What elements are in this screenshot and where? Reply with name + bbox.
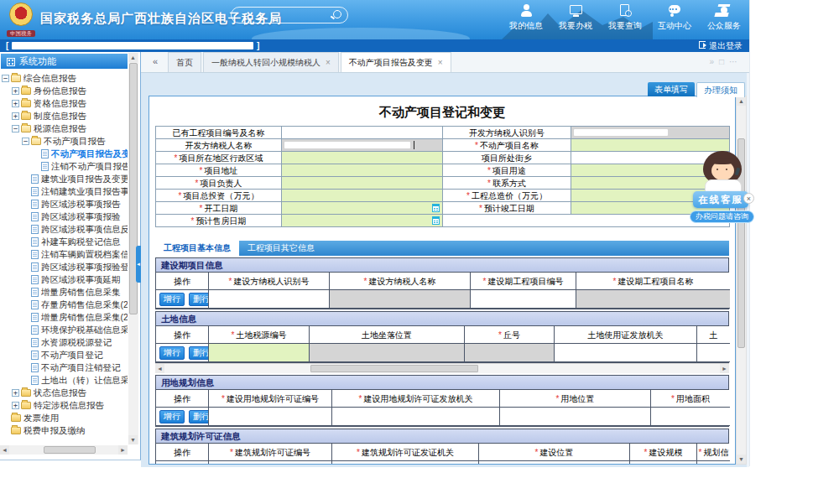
add-row-button[interactable]: 增行 bbox=[159, 464, 185, 465]
service-close-button[interactable]: × bbox=[743, 193, 754, 204]
expand-toggle-icon[interactable]: + bbox=[12, 389, 19, 397]
tree-item[interactable]: +身份信息报告 bbox=[0, 85, 128, 97]
cell-input[interactable] bbox=[209, 461, 332, 465]
cell-input[interactable] bbox=[479, 461, 630, 465]
nav-item-scholar[interactable]: 公众服务 bbox=[701, 3, 747, 37]
add-row-button[interactable]: 增行 bbox=[159, 410, 185, 423]
service-consult-pill[interactable]: 办税问题请咨询 bbox=[690, 210, 754, 223]
form-field-input[interactable] bbox=[282, 152, 443, 164]
expand-toggle-icon[interactable]: + bbox=[12, 112, 19, 120]
form-field-input[interactable] bbox=[282, 190, 443, 202]
tree-item[interactable]: 跨区域涉税事项延期 bbox=[0, 273, 128, 286]
table-hscroll-thumb[interactable] bbox=[310, 365, 478, 372]
cell-input[interactable] bbox=[555, 344, 697, 362]
tab-close-icon[interactable]: × bbox=[326, 58, 331, 67]
form-field-input[interactable] bbox=[282, 215, 443, 227]
cell-input[interactable] bbox=[651, 408, 730, 426]
expand-toggle-icon[interactable]: − bbox=[22, 138, 29, 145]
cell-input[interactable] bbox=[471, 290, 576, 309]
cell-input[interactable] bbox=[209, 290, 330, 309]
tab-item[interactable]: 首页 bbox=[168, 52, 201, 72]
tree-item[interactable]: 建筑业项目报告及变更 bbox=[0, 173, 128, 185]
cell-input[interactable] bbox=[332, 461, 479, 465]
scroll-up-icon[interactable]: ▲ bbox=[737, 96, 746, 106]
tree-item[interactable]: 跨区域涉税事项报验登记缴销 bbox=[0, 261, 128, 273]
tree-item[interactable]: 发票使用 bbox=[0, 412, 128, 424]
tab-form-fill[interactable]: 表单填写 bbox=[648, 82, 695, 96]
tree-item[interactable]: 注销建筑业项目报告事项 bbox=[0, 185, 128, 198]
tree-item[interactable]: +资格信息报告 bbox=[0, 97, 128, 110]
form-field-input[interactable] bbox=[282, 202, 443, 215]
tree-item[interactable]: 环境保护税基础信息采集 bbox=[0, 324, 128, 336]
delete-row-button[interactable]: 删行 bbox=[189, 293, 209, 306]
tab-active[interactable]: 不动产项目报告及变更× bbox=[341, 52, 451, 72]
cell-input[interactable] bbox=[209, 408, 332, 426]
scroll-up-icon[interactable]: ▲ bbox=[128, 53, 138, 62]
cell-input[interactable] bbox=[697, 461, 730, 465]
online-service-button[interactable]: 在线客服 bbox=[693, 191, 748, 208]
tree-item[interactable]: 水资源税税源登记 bbox=[0, 336, 128, 349]
tree-item[interactable]: 土地出（转）让信息采集 bbox=[0, 374, 128, 387]
add-row-button[interactable]: 增行 bbox=[159, 293, 185, 306]
cell-input[interactable] bbox=[697, 344, 730, 362]
tree-item[interactable]: +状态信息报告 bbox=[0, 387, 128, 399]
cell-input[interactable] bbox=[630, 461, 697, 465]
sidebar-hscroll[interactable]: ◄ ► bbox=[0, 445, 128, 455]
delete-row-button[interactable]: 删行 bbox=[189, 410, 209, 423]
calendar-icon[interactable] bbox=[432, 216, 440, 225]
tree-item[interactable]: −不动产项目报告 bbox=[0, 135, 128, 148]
scroll-down-icon[interactable]: ▼ bbox=[737, 455, 746, 464]
sidebar-hscroll-thumb[interactable] bbox=[44, 446, 96, 454]
cell-input[interactable] bbox=[500, 408, 651, 426]
tree-item[interactable]: 补建车购税登记信息 bbox=[0, 236, 128, 248]
tree-item[interactable]: 不动产项目注销登记 bbox=[0, 361, 128, 374]
tree-item[interactable]: 增量房销售信息采集(2016) bbox=[0, 311, 128, 324]
tree-item[interactable]: 税费申报及缴纳 bbox=[0, 424, 128, 437]
nav-item-search-doc[interactable]: 我要查询 bbox=[602, 3, 648, 37]
delete-row-button[interactable]: 删行 bbox=[189, 346, 209, 360]
tree-item[interactable]: 增量房销售信息采集 bbox=[0, 286, 128, 299]
header-search-input[interactable] bbox=[231, 7, 348, 23]
tree-item[interactable]: 跨区域涉税事项信息反馈事项 bbox=[0, 223, 128, 236]
tabs-collapse-button[interactable]: « bbox=[146, 52, 164, 71]
tree-item[interactable]: 注销不动产项目报告 bbox=[0, 160, 128, 173]
tree-item[interactable]: −税源信息报告 bbox=[0, 122, 128, 135]
tree-item[interactable]: −综合信息报告 bbox=[0, 72, 128, 85]
tab-item[interactable]: 一般纳税人转回小规模纳税人× bbox=[203, 52, 339, 72]
nav-item-monitor[interactable]: 我要办税 bbox=[553, 3, 598, 37]
calendar-icon[interactable] bbox=[432, 204, 440, 212]
table-hscroll[interactable]: ◄► bbox=[155, 363, 729, 373]
expand-toggle-icon[interactable]: − bbox=[12, 125, 19, 132]
nav-item-chat[interactable]: 互动中心 bbox=[652, 3, 697, 37]
tree-item[interactable]: 跨区域涉税事项报告 bbox=[0, 198, 128, 210]
tree-item[interactable]: 注销车辆购置税档案信息 bbox=[0, 248, 128, 261]
scroll-left-icon[interactable]: ◄ bbox=[0, 445, 9, 455]
cell-input[interactable] bbox=[332, 408, 500, 426]
scroll-right-icon[interactable]: ► bbox=[118, 445, 128, 455]
section-tab-basic[interactable]: 工程项目基本信息 bbox=[155, 241, 239, 256]
form-field-input[interactable] bbox=[282, 177, 443, 190]
tree-item[interactable]: +制度信息报告 bbox=[0, 110, 128, 122]
expand-toggle-icon[interactable]: + bbox=[12, 402, 19, 409]
tree-item[interactable]: 存量房销售信息采集(2016) bbox=[0, 299, 128, 311]
tab-overflow-icons[interactable]: »□⋯ bbox=[709, 52, 743, 71]
tree-item[interactable]: 跨区域涉税事项报验 bbox=[0, 210, 128, 223]
tab-handling-notice[interactable]: 办理须知 bbox=[696, 82, 745, 97]
form-field-input[interactable] bbox=[282, 127, 443, 139]
delete-row-button[interactable]: 删行 bbox=[189, 464, 209, 465]
nav-item-user[interactable]: 我的信息 bbox=[503, 3, 549, 37]
scroll-down-icon[interactable]: ▼ bbox=[128, 435, 138, 444]
scroll-right-icon[interactable]: ► bbox=[720, 364, 729, 373]
logout-button[interactable]: 退出登录 bbox=[699, 39, 743, 52]
tree-item[interactable]: +特定涉税信息报告 bbox=[0, 399, 128, 412]
sidebar-collapse-handle[interactable]: ◄ bbox=[136, 246, 141, 283]
tree-item[interactable]: 不动产项目报告及变更 bbox=[0, 148, 128, 160]
expand-toggle-icon[interactable]: + bbox=[12, 100, 19, 107]
cell-input[interactable] bbox=[209, 344, 310, 362]
add-row-button[interactable]: 增行 bbox=[159, 346, 185, 360]
tab-close-icon[interactable]: × bbox=[438, 58, 443, 67]
tree-item[interactable]: 不动产项目登记 bbox=[0, 349, 128, 361]
form-field-input[interactable] bbox=[282, 164, 443, 177]
expand-toggle-icon[interactable]: − bbox=[2, 75, 9, 82]
scroll-left-icon[interactable]: ◄ bbox=[155, 364, 164, 373]
